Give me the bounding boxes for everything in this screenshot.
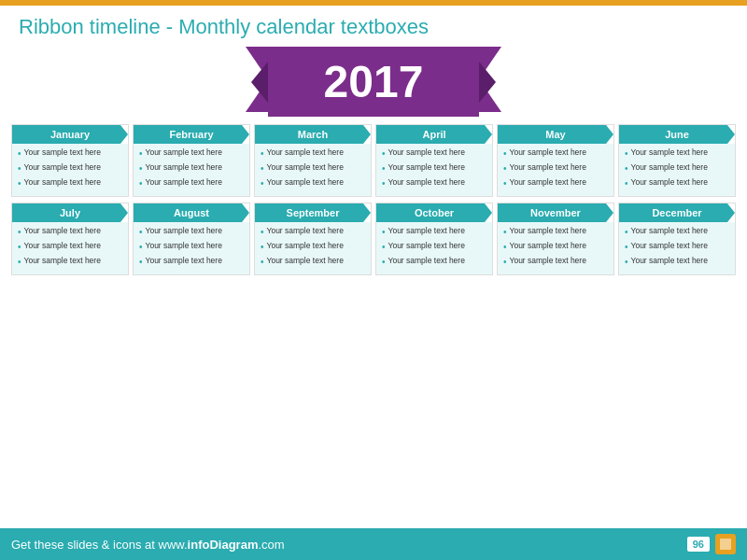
bullet-item-january-1: Your sample text here: [18, 147, 122, 160]
orange-square-icon: [715, 534, 736, 554]
month-header-september: September: [255, 203, 371, 222]
month-header-june: June: [619, 125, 735, 144]
ribbon-right-notch: [479, 62, 496, 103]
bullet-item-march-1: Your sample text here: [261, 147, 365, 160]
month-body-october: Your sample text hereYour sample text he…: [376, 222, 492, 274]
month-block-october: OctoberYour sample text hereYour sample …: [375, 203, 493, 275]
svg-rect-0: [720, 539, 731, 550]
month-header-may: May: [498, 125, 613, 144]
bullet-item-october-3: Your sample text here: [382, 256, 486, 268]
month-body-december: Your sample text hereYour sample text he…: [619, 222, 735, 274]
bullet-item-july-3: Your sample text here: [18, 256, 122, 268]
bullet-item-october-1: Your sample text here: [382, 226, 486, 238]
bullet-item-september-2: Your sample text here: [261, 241, 365, 253]
bullet-item-april-3: Your sample text here: [382, 177, 486, 189]
bullet-item-november-3: Your sample text here: [503, 256, 608, 268]
ribbon-banner: 2017: [268, 47, 480, 117]
bullet-item-november-1: Your sample text here: [503, 226, 608, 238]
month-body-january: Your sample text hereYour sample text he…: [12, 144, 128, 196]
bullet-item-july-2: Your sample text here: [18, 241, 122, 253]
month-block-december: DecemberYour sample text hereYour sample…: [618, 203, 736, 275]
bullet-item-july-1: Your sample text here: [18, 226, 122, 238]
month-row-1: JanuaryYour sample text hereYour sample …: [11, 124, 736, 197]
bullet-item-december-2: Your sample text here: [625, 241, 729, 253]
month-block-april: AprilYour sample text hereYour sample te…: [375, 124, 493, 197]
month-body-august: Your sample text hereYour sample text he…: [134, 222, 249, 274]
bullet-item-september-3: Your sample text here: [261, 256, 365, 268]
month-header-november: November: [498, 203, 613, 222]
month-block-july: JulyYour sample text hereYour sample tex…: [11, 203, 129, 275]
page-title: Ribbon timeline - Monthly calendar textb…: [0, 6, 747, 43]
month-block-june: JuneYour sample text hereYour sample tex…: [618, 124, 736, 197]
footer-end: .com: [258, 538, 284, 552]
month-header-march: March: [255, 125, 371, 144]
bullet-item-may-1: Your sample text here: [503, 147, 608, 160]
bullet-item-august-2: Your sample text here: [139, 241, 244, 253]
bullet-item-august-3: Your sample text here: [139, 256, 244, 268]
footer-normal: Get these slides & icons at www.: [11, 538, 188, 552]
month-body-november: Your sample text hereYour sample text he…: [498, 222, 613, 274]
month-block-november: NovemberYour sample text hereYour sample…: [497, 203, 614, 275]
month-header-august: August: [134, 203, 249, 222]
month-block-september: SeptemberYour sample text hereYour sampl…: [254, 203, 372, 275]
month-row-2: JulyYour sample text hereYour sample tex…: [11, 203, 736, 275]
ribbon-left-notch: [251, 62, 268, 103]
month-header-january: January: [12, 125, 128, 144]
month-block-may: MayYour sample text hereYour sample text…: [497, 124, 614, 197]
ribbon-year: 2017: [324, 56, 424, 107]
bullet-item-february-3: Your sample text here: [139, 177, 244, 189]
month-header-april: April: [376, 125, 492, 144]
bullet-item-may-2: Your sample text here: [503, 162, 608, 175]
bullet-item-october-2: Your sample text here: [382, 241, 486, 253]
month-block-february: FebruaryYour sample text hereYour sample…: [133, 124, 250, 197]
month-body-february: Your sample text hereYour sample text he…: [134, 144, 249, 196]
bullet-item-november-2: Your sample text here: [503, 241, 608, 253]
month-header-february: February: [134, 125, 249, 144]
month-header-october: October: [376, 203, 492, 222]
bullet-item-december-3: Your sample text here: [625, 256, 729, 268]
footer-text: Get these slides & icons at www.infoDiag…: [11, 538, 285, 552]
bullet-item-june-3: Your sample text here: [625, 177, 729, 189]
bullet-item-june-2: Your sample text here: [625, 162, 729, 175]
page-number: 96: [687, 537, 710, 552]
month-body-april: Your sample text hereYour sample text he…: [376, 144, 492, 196]
month-body-september: Your sample text hereYour sample text he…: [255, 222, 371, 274]
footer-page: 96: [687, 534, 736, 554]
bullet-item-may-3: Your sample text here: [503, 177, 608, 189]
bullet-item-june-1: Your sample text here: [625, 147, 729, 160]
month-header-december: December: [619, 203, 735, 222]
month-body-july: Your sample text hereYour sample text he…: [12, 222, 128, 274]
footer-bold: infoDiagram: [188, 538, 259, 552]
bullet-item-january-3: Your sample text here: [18, 177, 122, 189]
month-header-july: July: [12, 203, 128, 222]
calendar-section: JanuaryYour sample text hereYour sample …: [0, 124, 747, 275]
bullet-item-august-1: Your sample text here: [139, 226, 244, 238]
bullet-item-april-1: Your sample text here: [382, 147, 486, 160]
bullet-item-march-3: Your sample text here: [261, 177, 365, 189]
month-block-march: MarchYour sample text hereYour sample te…: [254, 124, 372, 197]
month-body-march: Your sample text hereYour sample text he…: [255, 144, 371, 196]
ribbon-container: 2017: [0, 47, 747, 117]
month-body-june: Your sample text hereYour sample text he…: [619, 144, 735, 196]
bullet-item-february-1: Your sample text here: [139, 147, 244, 160]
bullet-item-december-1: Your sample text here: [625, 226, 729, 238]
bullet-item-february-2: Your sample text here: [139, 162, 244, 175]
footer: Get these slides & icons at www.infoDiag…: [0, 528, 747, 560]
bullet-item-january-2: Your sample text here: [18, 162, 122, 175]
month-block-january: JanuaryYour sample text hereYour sample …: [11, 124, 129, 197]
month-body-may: Your sample text hereYour sample text he…: [498, 144, 613, 196]
bullet-item-september-1: Your sample text here: [261, 226, 365, 238]
month-block-august: AugustYour sample text hereYour sample t…: [133, 203, 250, 275]
bullet-item-march-2: Your sample text here: [261, 162, 365, 175]
bullet-item-april-2: Your sample text here: [382, 162, 486, 175]
